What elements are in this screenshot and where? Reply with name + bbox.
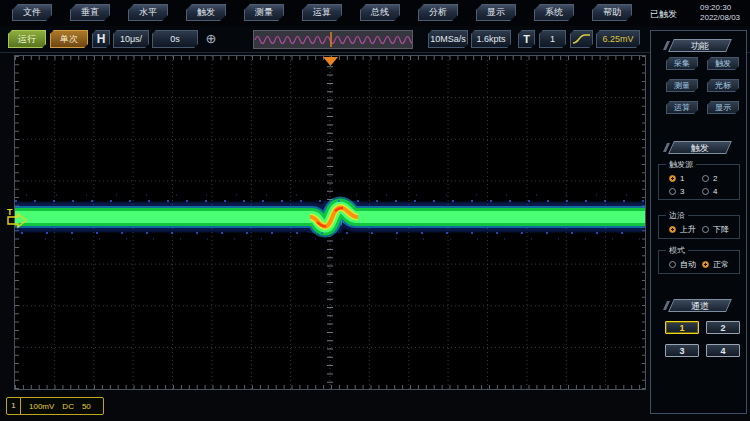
menu-file[interactable]: 文件 — [12, 4, 52, 21]
menu-help[interactable]: 帮助 — [592, 4, 632, 21]
radio-icon — [669, 188, 676, 195]
edge-falling[interactable]: 下降 — [702, 224, 735, 235]
mode-group: 模式 自动 正常 — [658, 250, 740, 274]
channel-number: 1 — [7, 398, 21, 414]
run-button[interactable]: 运行 — [8, 30, 46, 48]
menu-display[interactable]: 显示 — [476, 4, 516, 21]
volts-per-div: 100mV — [29, 402, 54, 411]
radio-icon — [702, 226, 709, 233]
menu-bar: 文件 垂直 水平 触发 测量 运算 总线 分析 显示 系统 帮助 — [0, 0, 750, 26]
trigger-level-button[interactable]: 6.25mV — [596, 30, 640, 48]
single-button[interactable]: 单次 — [50, 30, 88, 48]
fn-trigger-button[interactable]: 触发 — [707, 57, 739, 70]
side-panel: 功能 采集 触发 测量 光标 运算 显示 触发 触发源 1 2 3 — [650, 30, 747, 414]
trigger-source-3[interactable]: 3 — [669, 187, 702, 196]
trigger-status: 已触发 — [650, 8, 677, 21]
channel-section-header: 通道 — [668, 299, 732, 312]
channel-3-button[interactable]: 3 — [665, 344, 699, 357]
menu-math[interactable]: 运算 — [302, 4, 342, 21]
coupling: DC — [62, 402, 74, 411]
trigger-source-group: 触发源 1 2 3 4 — [658, 164, 740, 200]
waveform-display[interactable] — [14, 55, 646, 390]
function-section-header: 功能 — [668, 39, 732, 52]
radio-selected-icon — [669, 175, 676, 182]
radio-icon — [669, 261, 676, 268]
menu-system[interactable]: 系统 — [534, 4, 574, 21]
menu-analyze[interactable]: 分析 — [418, 4, 458, 21]
memory-depth-button[interactable]: 1.6kpts — [471, 30, 511, 48]
radio-icon — [702, 188, 709, 195]
fn-display-button[interactable]: 显示 — [707, 101, 739, 114]
mode-normal[interactable]: 正常 — [702, 259, 735, 270]
date: 2022/08/03 — [700, 13, 740, 23]
radio-selected-icon — [702, 261, 709, 268]
edge-group: 边沿 上升 下降 — [658, 215, 740, 239]
channel-4-button[interactable]: 4 — [706, 344, 740, 357]
trigger-level-marker-icon[interactable]: T — [4, 205, 30, 229]
waveform-preview[interactable] — [253, 30, 413, 49]
oscilloscope-screen: 文件 垂直 水平 触发 测量 运算 总线 分析 显示 系统 帮助 已触发 09:… — [0, 0, 750, 421]
fn-math-button[interactable]: 运算 — [666, 101, 698, 114]
graticule — [15, 56, 645, 389]
menu-vertical[interactable]: 垂直 — [70, 4, 110, 21]
clock: 09:20:30 2022/08/03 — [700, 3, 740, 23]
mode-auto[interactable]: 自动 — [669, 259, 702, 270]
menu-trigger[interactable]: 触发 — [186, 4, 226, 21]
impedance: 50 — [82, 402, 91, 411]
trigger-position-icon — [323, 57, 338, 66]
timebase-button[interactable]: 10μs/ — [113, 30, 149, 48]
menu-measure[interactable]: 测量 — [244, 4, 284, 21]
trigger-section-header: 触发 — [668, 141, 732, 154]
rising-edge-icon[interactable] — [570, 30, 593, 48]
fn-cursor-button[interactable]: 光标 — [707, 79, 739, 92]
zoom-icon[interactable]: ⊕ — [203, 30, 219, 48]
fn-acquire-button[interactable]: 采集 — [666, 57, 698, 70]
trigger-source-button[interactable]: 1 — [539, 30, 566, 48]
channel1-waveform — [15, 195, 645, 239]
time: 09:20:30 — [700, 3, 740, 13]
sample-rate-button[interactable]: 10MSa/s — [428, 30, 468, 48]
fn-measure-button[interactable]: 测量 — [666, 79, 698, 92]
horizontal-offset-button[interactable]: 0s — [152, 30, 198, 48]
trigger-label: T — [518, 30, 535, 48]
trigger-source-4[interactable]: 4 — [702, 187, 735, 196]
channel-badge[interactable]: 1 100mV DC 50 — [6, 397, 104, 415]
menu-horizontal[interactable]: 水平 — [128, 4, 168, 21]
control-toolbar: 运行 单次 H 10μs/ 0s ⊕ 10MSa/s 1.6kpts T 1 6… — [0, 26, 750, 53]
trigger-source-1[interactable]: 1 — [669, 174, 702, 183]
horizontal-label: H — [92, 30, 110, 48]
edge-rising[interactable]: 上升 — [669, 224, 702, 235]
trigger-source-2[interactable]: 2 — [702, 174, 735, 183]
svg-text:T: T — [7, 207, 13, 217]
radio-selected-icon — [669, 226, 676, 233]
radio-icon — [702, 175, 709, 182]
channel-2-button[interactable]: 2 — [706, 321, 740, 334]
channel-1-button[interactable]: 1 — [665, 321, 699, 334]
menu-bus[interactable]: 总线 — [360, 4, 400, 21]
preview-sine-icon — [254, 31, 412, 48]
